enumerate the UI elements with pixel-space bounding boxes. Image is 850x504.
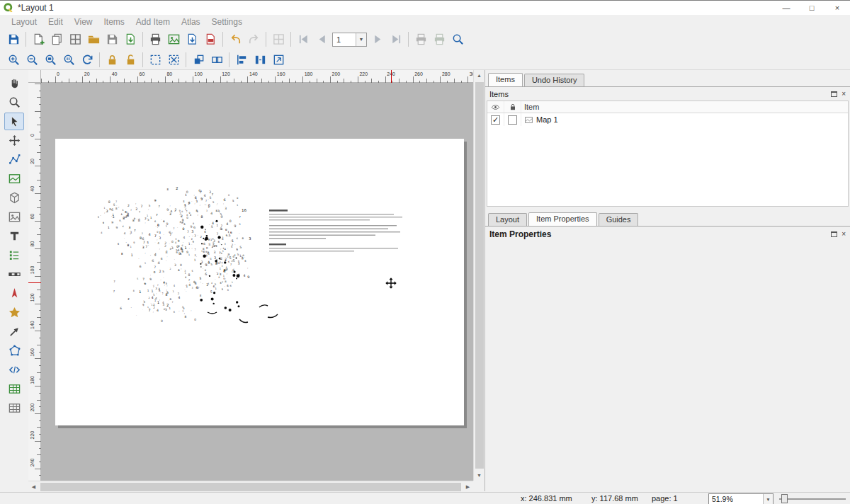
map-item[interactable]: 7244956297,70.4,·76139766·,·4,.7,·.0.561… <box>55 139 464 425</box>
tab-undo-history[interactable]: Undo History <box>524 74 585 86</box>
deselect-all-items-button[interactable] <box>164 51 183 69</box>
distribute-items-button[interactable] <box>251 51 269 69</box>
add-picture-button[interactable] <box>4 208 24 226</box>
scroll-down-icon[interactable]: ▼ <box>474 470 484 481</box>
unlock-all-items-button[interactable] <box>121 51 140 69</box>
float-properties-icon[interactable] <box>831 231 837 237</box>
qgis-logo-icon <box>4 3 13 13</box>
add-marker-button[interactable] <box>4 304 24 321</box>
tab-item-properties[interactable]: Item Properties <box>528 212 597 226</box>
add-3d-map-button[interactable] <box>4 189 24 207</box>
menu-view[interactable]: View <box>69 16 98 28</box>
atlas-previous-feature-button[interactable] <box>312 30 331 48</box>
vertical-scrollbar[interactable]: ▲ ▼ <box>473 70 484 481</box>
atlas-first-feature-button[interactable] <box>294 30 312 48</box>
menu-add-item[interactable]: Add Item <box>130 16 176 28</box>
lock-selected-items-button[interactable] <box>103 51 121 69</box>
zoom-slider-track[interactable] <box>779 498 846 500</box>
zoom-full-button[interactable] <box>41 51 60 69</box>
zoom-dropdown-icon[interactable]: ▼ <box>763 494 773 504</box>
print-layout-button[interactable] <box>146 30 164 48</box>
zoom-in-button[interactable] <box>4 51 23 69</box>
horizontal-scrollbar[interactable]: ◀ ▶ <box>28 481 473 492</box>
align-selected-items-button[interactable] <box>232 51 251 69</box>
atlas-page-input[interactable] <box>333 33 356 46</box>
visibility-checkbox[interactable]: ✓ <box>491 115 500 125</box>
scroll-up-icon[interactable]: ▲ <box>474 70 484 81</box>
zoom-slider-handle[interactable] <box>781 494 788 503</box>
scroll-right-icon[interactable]: ▶ <box>463 481 473 492</box>
select-move-item-button[interactable] <box>4 113 24 130</box>
lock-checkbox[interactable] <box>508 115 517 125</box>
add-node-item-button[interactable] <box>4 342 24 360</box>
resize-items-button[interactable] <box>269 51 288 69</box>
svg-text:4: 4 <box>157 309 159 312</box>
minimize-button[interactable]: — <box>774 1 799 15</box>
svg-text:,: , <box>225 277 226 280</box>
atlas-page-spinbox[interactable]: ▼ <box>332 33 367 47</box>
add-north-arrow-button[interactable] <box>4 285 24 302</box>
duplicate-layout-button[interactable] <box>47 30 66 48</box>
add-html-button[interactable] <box>4 361 24 379</box>
new-layout-button[interactable] <box>29 30 47 48</box>
atlas-next-feature-button[interactable] <box>368 30 387 48</box>
layout-canvas[interactable]: 7244956297,70.4,·76139766·,·4,.7,·.0.561… <box>41 83 473 481</box>
add-items-from-template-button[interactable] <box>121 30 140 48</box>
menu-atlas[interactable]: Atlas <box>176 16 206 28</box>
menu-settings[interactable]: Settings <box>206 16 248 28</box>
menu-items[interactable]: Items <box>98 16 130 28</box>
save-project-button[interactable] <box>4 30 23 48</box>
float-panel-icon[interactable] <box>831 91 837 97</box>
horizontal-scroll-thumb[interactable] <box>40 483 461 491</box>
menu-layout[interactable]: Layout <box>6 16 42 28</box>
export-as-svg-button[interactable] <box>183 30 201 48</box>
atlas-last-feature-button[interactable] <box>387 30 405 48</box>
preview-atlas-button[interactable] <box>269 30 288 48</box>
layout-manager-button[interactable] <box>66 30 84 48</box>
vertical-scroll-thumb[interactable] <box>475 82 484 469</box>
select-all-items-button[interactable] <box>146 51 164 69</box>
zoom-slider[interactable] <box>779 493 846 504</box>
print-atlas-button[interactable] <box>412 30 430 48</box>
zoom-out-button[interactable] <box>23 51 41 69</box>
add-fixed-table-button[interactable] <box>4 399 24 417</box>
export-as-pdf-button[interactable] <box>201 30 220 48</box>
layout-page[interactable]: 7244956297,70.4,·76139766·,·4,.7,·.0.561… <box>55 139 464 425</box>
raise-selected-items-button[interactable] <box>189 51 208 69</box>
refresh-view-button[interactable] <box>78 51 96 69</box>
tab-layout[interactable]: Layout <box>488 213 527 226</box>
atlas-settings-button[interactable] <box>448 30 467 48</box>
close-button[interactable]: × <box>824 1 850 15</box>
redo-button[interactable] <box>244 30 263 48</box>
add-scalebar-button[interactable] <box>4 265 24 283</box>
undo-button[interactable] <box>226 30 244 48</box>
zoom-combo[interactable]: 51.9% ▼ <box>708 493 774 504</box>
pan-layout-button[interactable] <box>4 74 24 92</box>
edit-nodes-item-button[interactable] <box>4 151 24 168</box>
svg-text:4: 4 <box>183 236 185 239</box>
close-panel-icon[interactable]: × <box>842 91 846 97</box>
add-arrow-button[interactable] <box>4 323 24 340</box>
table-row[interactable]: ✓ Map 1 <box>487 113 848 126</box>
menu-edit[interactable]: Edit <box>42 16 69 28</box>
svg-text:1: 1 <box>139 290 141 294</box>
export-atlas-button[interactable] <box>430 30 448 48</box>
save-as-template-button[interactable] <box>103 30 121 48</box>
move-item-content-button[interactable] <box>4 132 24 149</box>
add-attribute-table-button[interactable] <box>4 380 24 398</box>
add-map-button[interactable] <box>4 170 24 188</box>
zoom-100-button[interactable] <box>60 51 78 69</box>
atlas-page-dropdown-icon[interactable]: ▼ <box>356 33 366 46</box>
tab-items[interactable]: Items <box>488 73 523 86</box>
close-properties-icon[interactable]: × <box>842 231 846 237</box>
maximize-button[interactable]: □ <box>799 1 824 15</box>
scroll-left-icon[interactable]: ◀ <box>28 481 39 492</box>
tab-guides[interactable]: Guides <box>599 213 639 226</box>
add-label-button[interactable] <box>4 227 24 245</box>
group-items-button[interactable] <box>208 51 226 69</box>
export-as-image-button[interactable] <box>164 30 183 48</box>
load-from-template-button[interactable] <box>84 30 103 48</box>
svg-text:9: 9 <box>247 275 249 279</box>
add-legend-button[interactable] <box>4 246 24 264</box>
zoom-tool-button[interactable] <box>4 93 24 111</box>
